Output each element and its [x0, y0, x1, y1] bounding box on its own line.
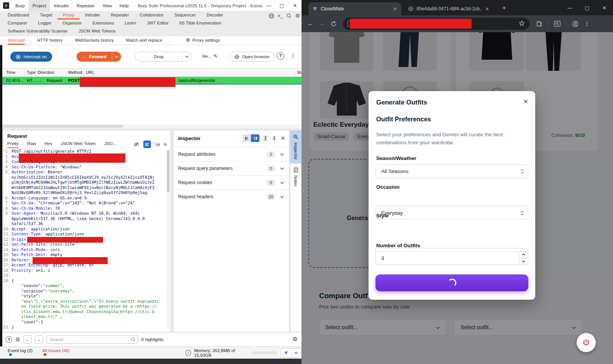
menu-help[interactable]: Help	[116, 0, 133, 11]
profile-icon[interactable]	[569, 21, 582, 27]
request-tab-pretty[interactable]: Pretty	[7, 141, 19, 148]
drop-dropdown[interactable]	[182, 52, 191, 61]
chevron-down-icon[interactable]	[280, 194, 284, 199]
forward-button[interactable]: →Forward	[77, 52, 121, 62]
browser-menu-icon[interactable]: ⋮	[582, 20, 592, 27]
editor-menu-icon[interactable]: ≡	[164, 141, 167, 147]
tab-iis-tilde-enumeration[interactable]: IIS Tilde Enumeration	[174, 20, 227, 28]
tab-jwt-editor[interactable]: JWT Editor	[141, 20, 174, 28]
tab-target[interactable]: Target	[34, 11, 57, 20]
tab-collaborator[interactable]: Collaborator	[134, 11, 169, 20]
maximize-icon[interactable]: ▢	[275, 0, 288, 11]
inspector-section-request-cookies[interactable]: Request cookies0	[174, 175, 289, 189]
stepper-down-icon[interactable]	[519, 258, 528, 265]
request-editor-vscrollbar[interactable]	[167, 149, 170, 329]
tab-intruder[interactable]: Intruder	[80, 11, 106, 20]
new-tab-button[interactable]: +	[500, 4, 508, 12]
event-log-button[interactable]: Event log (2)	[8, 348, 34, 357]
dock-tab-notes[interactable]: Notes	[290, 163, 301, 190]
drop-button[interactable]: Drop	[135, 52, 192, 62]
menu-project[interactable]: Project	[29, 0, 50, 11]
flow-table-hscrollbar[interactable]	[2, 124, 302, 128]
tab-json-web-tokens[interactable]: JSON Web Tokens	[73, 28, 121, 36]
browser-tab-2[interactable]: 85e4da88-0471-48f4-ac3d-2cb...✕	[404, 2, 493, 15]
gear-icon[interactable]: ⚙	[295, 13, 300, 19]
pencil-icon[interactable]: ✎	[213, 53, 218, 59]
layout-split-icon[interactable]	[251, 134, 259, 142]
tab-repeater[interactable]: Repeater	[105, 11, 134, 20]
forward-icon[interactable]: →	[316, 20, 328, 27]
inspector-section-request-query-parameters[interactable]: Request query parameters0	[174, 161, 289, 175]
open-browser-button[interactable]: Open browser	[229, 52, 275, 62]
browser-tab-1[interactable]: ClosetMate✕	[308, 2, 401, 15]
tab-learn[interactable]: Learn	[120, 20, 141, 28]
eye-off-icon[interactable]	[133, 141, 139, 147]
tab-organizer[interactable]: Organizer	[57, 20, 87, 28]
maximize-icon[interactable]: ▢	[579, 0, 596, 15]
next-match-button[interactable]: →	[35, 335, 43, 344]
request-tab-json-web-token[interactable]: JSON Web Token	[61, 141, 96, 148]
inspector-section-request-attributes[interactable]: Request attributes2	[174, 147, 289, 161]
chevron-down-icon[interactable]	[280, 152, 284, 157]
select-occasion[interactable]: Everyday	[375, 206, 528, 219]
tab-logger[interactable]: Logger	[33, 20, 57, 28]
extensions-icon[interactable]	[533, 21, 546, 27]
expand-all-icon[interactable]	[263, 135, 268, 141]
proxy-settings-button[interactable]: ⚙Proxy settings	[186, 36, 220, 45]
more-menu-icon[interactable]: ⋮	[290, 52, 296, 59]
collapse-all-icon[interactable]	[272, 135, 277, 141]
gear-icon[interactable]: ⚙	[293, 336, 298, 343]
tab-proxy[interactable]: Proxy	[57, 11, 79, 20]
help-icon[interactable]: ?	[5, 336, 12, 343]
show-newlines-icon[interactable]: \n	[155, 142, 160, 147]
help-icon[interactable]: ?	[277, 52, 284, 60]
minimize-icon[interactable]: —	[561, 0, 579, 15]
tab-extensions[interactable]: Extensions	[87, 20, 119, 28]
request-tab-hex[interactable]: Hex	[44, 141, 52, 148]
globe-icon[interactable]	[269, 13, 274, 19]
layout-single-icon[interactable]	[243, 134, 251, 142]
tab-comparer[interactable]: Comparer	[2, 20, 33, 28]
select-season-weather[interactable]: All Seasons	[375, 165, 528, 178]
tab-sequencer[interactable]: Sequencer	[169, 11, 201, 20]
stepper-up-icon[interactable]	[519, 251, 528, 258]
outfit-count-input[interactable]: 3	[375, 251, 528, 265]
request-editor-content[interactable]: 1POST /api/outfits/generate HTTP/22Host:…	[3, 149, 166, 330]
dock-tab-inspector[interactable]: Inspector	[290, 131, 301, 163]
chevron-down-icon[interactable]	[280, 180, 284, 185]
chevron-down-icon[interactable]	[280, 166, 284, 171]
reload-icon[interactable]	[328, 21, 339, 27]
menu-intruder[interactable]: Intruder	[50, 0, 73, 11]
subtab-websockets-history[interactable]: WebSockets history	[75, 36, 114, 45]
request-tab-jso-[interactable]: JSO...	[104, 141, 116, 148]
subtab-intercept[interactable]: Intercept	[8, 36, 25, 45]
menu-repeater[interactable]: Repeater	[73, 0, 98, 11]
resend-label[interactable]: Re...	[202, 54, 211, 59]
close-icon[interactable]: ✕	[596, 0, 613, 15]
inspector-section-request-headers[interactable]: Request headers20	[174, 189, 289, 204]
forward-dropdown[interactable]	[112, 52, 121, 62]
prev-match-button[interactable]: ←	[23, 335, 32, 344]
gear-icon[interactable]: ⚙	[15, 336, 20, 343]
minimize-icon[interactable]: —	[262, 0, 275, 11]
power-button[interactable]	[577, 333, 596, 352]
close-icon[interactable]: ✕	[288, 0, 302, 11]
close-tab-icon[interactable]: ✕	[393, 6, 397, 12]
generate-button-loading[interactable]	[375, 274, 528, 291]
intercept-on-button[interactable]: Intercept on	[10, 52, 52, 62]
menu-burp[interactable]: Burp	[11, 0, 28, 11]
tab-dashboard[interactable]: Dashboard	[2, 11, 34, 20]
subtab-http-history[interactable]: HTTP history	[37, 36, 63, 45]
back-icon[interactable]: ←	[305, 20, 316, 27]
all-issues-button[interactable]: All issues (46)	[42, 348, 70, 357]
sparkle-icon[interactable]	[281, 349, 291, 357]
bookmark-star-icon[interactable]	[519, 20, 525, 26]
request-tab-raw[interactable]: Raw	[27, 141, 36, 148]
address-bar[interactable]: 4	[343, 18, 529, 30]
pretty-print-icon[interactable]	[143, 140, 151, 148]
side-panel-search-icon[interactable]	[551, 21, 564, 27]
search-input[interactable]: Search	[46, 335, 138, 344]
subtab-match-and-replace[interactable]: Match and replace	[126, 36, 162, 45]
close-modal-icon[interactable]: ✕	[523, 98, 528, 105]
menu-view[interactable]: View	[98, 0, 116, 11]
